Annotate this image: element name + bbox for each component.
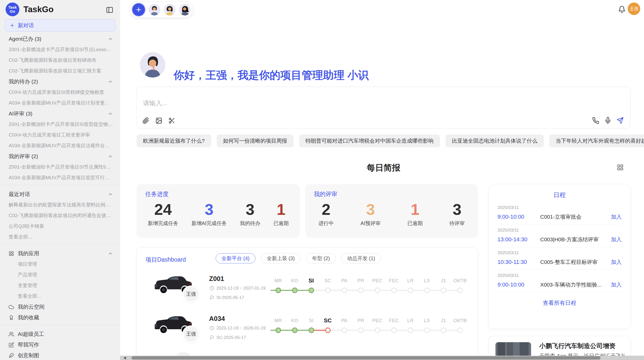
app-item-change[interactable]: 变更管理: [9, 280, 113, 291]
scroll-left-arrow[interactable]: [124, 356, 126, 359]
send-icon[interactable]: [617, 117, 624, 124]
image-icon[interactable]: [155, 117, 162, 124]
tab-new-platform[interactable]: 全新平台 (4): [216, 253, 255, 263]
section-header-recent[interactable]: 最近对话: [9, 189, 113, 200]
scrollbar-thumb[interactable]: [131, 356, 601, 359]
recent-view-all[interactable]: 查看全部...: [9, 232, 113, 242]
event-time: 9:00-10:00: [497, 214, 540, 220]
chevron-up-icon: [108, 251, 113, 256]
tab-powertrain[interactable]: 动总开发 (1): [341, 253, 381, 263]
sidebar-item-cloud-space[interactable]: 我的云空间: [9, 302, 113, 312]
milestone-dot: [408, 288, 413, 293]
notification-bell-icon[interactable]: [618, 6, 626, 13]
recent-item[interactable]: 公司Q3轻卡销量: [9, 221, 113, 232]
join-link[interactable]: 加入: [611, 259, 622, 266]
project-row[interactable]: 王强 Z001 2023-12-19 ~ 2027-01-19 SI-2025-…: [137, 272, 478, 311]
tab-model-year[interactable]: 年型 (2): [306, 253, 336, 263]
scissors-icon[interactable]: [168, 117, 175, 124]
milestone-dot: [325, 327, 331, 333]
stat-overdue: 1 已逾期: [407, 200, 423, 227]
sidebar-item-creative-drawing[interactable]: 创意制图: [9, 350, 113, 360]
milestone-dot: [441, 327, 446, 333]
sidebar-item[interactable]: A034-全新新能源MUV产品开发项目法规符合性评审: [9, 140, 113, 151]
project-milestone-date: SI-2025-05-17: [210, 295, 244, 300]
agent-avatar[interactable]: [164, 4, 175, 16]
suggestion-chip[interactable]: 特朗普可能对进口汽车增税会对中国车企造成哪些影响: [299, 134, 440, 147]
tab-new-body[interactable]: 全新上装 (3): [261, 253, 301, 263]
sidebar-item[interactable]: C0X4-动力总成开发项目工程变更评审: [9, 130, 113, 140]
stat-new-completed: 24 新增完成任务: [148, 200, 178, 227]
main-content: 王强 你好，王强，我是你的项目管理助理 小识 欧洲新规最近颁布了什么? 如何写一: [120, 0, 644, 360]
suggestion-chip[interactable]: 如何写一份清晰的项目周报: [217, 134, 294, 147]
milestone-PEC: PEC: [369, 316, 386, 333]
event-time: 9:00-10:00: [497, 281, 540, 288]
sidebar-item[interactable]: C02-飞腾新能源轻客改款项目里程碑画布: [9, 55, 113, 66]
apps-view-all[interactable]: 查看全部...: [9, 291, 113, 302]
join-link[interactable]: 加入: [611, 236, 622, 243]
sidebar-item[interactable]: A034-全新新能源MUV产品开发项目计划变更表编写: [9, 98, 113, 108]
milestone-PEC: PEC: [369, 276, 386, 293]
section-header-my-review[interactable]: 我的评审 (2): [9, 151, 113, 162]
join-link[interactable]: 加入: [611, 281, 622, 288]
agent-avatar[interactable]: [149, 4, 160, 16]
sidebar-item-help-me-write[interactable]: 帮我写作: [9, 339, 113, 350]
milestone-dot: [292, 288, 298, 293]
project-dates: 2023-12-19 ~ 2027-01-19: [210, 286, 266, 291]
sidebar-item[interactable]: A034-全新新能源MUV产品开发项目造型可行性评审: [9, 172, 113, 183]
section-header-agent-done[interactable]: Agent已办 (3): [9, 34, 113, 44]
add-agent-button[interactable]: [132, 3, 145, 16]
milestone-FEC: FEC: [386, 276, 402, 293]
milestone-KO: KO: [286, 316, 303, 333]
section-header-my-apps[interactable]: 我的应用: [9, 248, 113, 259]
suggestion-chip[interactable]: 比亚迪全固态电池计划具体说了什么: [446, 134, 544, 147]
section-header-my-todo[interactable]: 我的待办 (2): [9, 76, 113, 87]
suggestion-chip[interactable]: 当下年轻人对汽车外观有怎样的喜好趋势: [549, 134, 644, 147]
clock-icon: [210, 286, 214, 291]
recent-conversations: 最近对话 解释最新出台的欧盟报废车法规再生塑料比例被调至15%... C02-飞…: [0, 187, 120, 242]
milestone-OKTB: OKTB: [452, 316, 468, 333]
recent-item[interactable]: C02-飞腾新能源轻客改款项目的闭环通告反馈情况: [9, 210, 113, 221]
milestone-LS: LS: [419, 316, 435, 333]
milestone-J1: J1: [435, 276, 452, 293]
event-date: 2025/03/11: [497, 273, 622, 278]
paperclip-icon[interactable]: [142, 117, 149, 124]
milestone-MR: MR: [270, 276, 286, 293]
agent-avatar[interactable]: [179, 4, 191, 16]
sidebar-item[interactable]: C02-飞腾新能源轻客改款项目立项汇报方案: [9, 66, 113, 76]
message-input[interactable]: [142, 99, 550, 107]
logo-text-bottom: Go: [10, 9, 15, 13]
sidebar-item[interactable]: Z001-全新燃油轻卡产品开发项目SI节点属性5D文件评审: [9, 162, 113, 172]
flag-icon: [210, 295, 214, 300]
stat-pending-review: 3 待评审: [449, 200, 465, 227]
sidebar-item-favorites[interactable]: 我的收藏: [9, 312, 113, 323]
section-header-ai-review[interactable]: AI评审 (3): [9, 108, 113, 119]
view-all-schedule-link[interactable]: 查看所有日程: [489, 299, 630, 307]
microphone-icon[interactable]: [604, 117, 611, 124]
milestone-dot: [275, 288, 281, 293]
event-time: 10:30-11:30: [497, 259, 540, 265]
sidebar-item[interactable]: C0X4-动力总成开发项目SI里程碑提交物检查: [9, 87, 113, 98]
horizontal-scrollbar[interactable]: [120, 356, 644, 360]
app-item-project[interactable]: 项目管理: [9, 259, 113, 269]
join-link[interactable]: 加入: [611, 213, 622, 220]
schedule-event: 2025/03/11 9:00-10:00 X003-车辆动力学性能验... 加…: [497, 270, 622, 293]
sidebar-item[interactable]: Z001-全新燃油皮卡产品开发项目SI节点Lesson Learn报告: [9, 44, 113, 55]
app-item-product[interactable]: 产品管理: [9, 269, 113, 280]
project-row[interactable]: 王强 A034 2023-12-19 ~ 2026-01-19 SC-2025-…: [137, 311, 478, 351]
user-avatar[interactable]: 王强: [628, 3, 640, 15]
phone-icon[interactable]: [592, 117, 599, 124]
sidebar-collapse-icon[interactable]: [106, 6, 113, 13]
sidebar-item[interactable]: Z001-全新燃油轻卡产品开发项目SI造型提交物评审: [9, 119, 113, 130]
milestone-LS: LS: [419, 276, 435, 293]
milestone-dot: [391, 327, 397, 333]
schedule-card: 日程 2025/03/11 9:00-10:00 C001-立项审批会 加入 2…: [489, 184, 631, 329]
sidebar-item-ai-super-staff[interactable]: AI超级员工: [9, 329, 113, 339]
chevron-up-icon: [108, 79, 113, 84]
suggestion-chip[interactable]: 欧洲新规最近颁布了什么?: [137, 134, 211, 147]
clock-icon: [210, 326, 214, 331]
recent-item[interactable]: 解释最新出台的欧盟报废车法规再生塑料比例被调至15%...: [9, 200, 113, 210]
my-apps: 我的应用 项目管理 产品管理 变更管理 查看全部... 我的云空间 我的收藏: [0, 246, 120, 323]
layout-grid-icon[interactable]: [617, 164, 624, 171]
new-chat-button[interactable]: 新对话: [5, 19, 115, 32]
milestone-SC: SC: [319, 316, 336, 333]
